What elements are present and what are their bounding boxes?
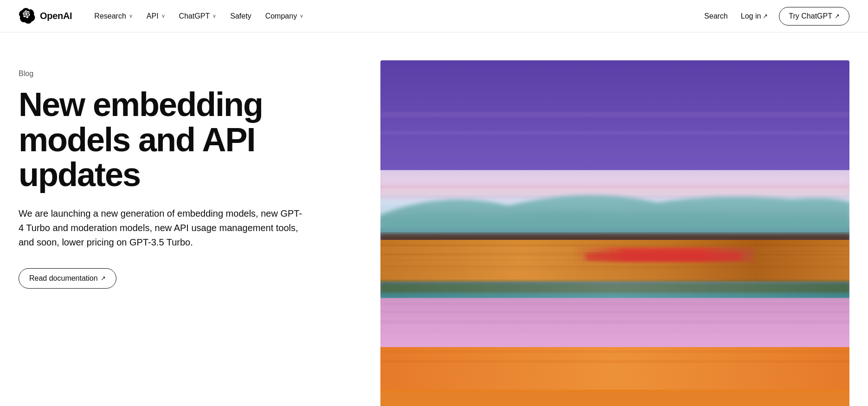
svg-rect-25 [380,361,849,362]
svg-rect-13 [380,266,849,268]
login-button[interactable]: Log in ↗ [739,8,770,24]
page-description: We are launching a new generation of emb… [19,206,306,250]
main-nav: Research ∨ API ∨ ChatGPT ∨ Safety Compan… [89,8,309,24]
svg-rect-11 [380,245,849,246]
try-arrow-icon: ↗ [835,13,840,19]
openai-logo-icon [19,8,35,25]
svg-rect-27 [380,390,849,406]
page-title: New embedding models and API updates [19,87,343,193]
svg-rect-3 [380,151,849,155]
logo-text: OpenAI [40,11,72,21]
docs-arrow-icon: ↗ [101,275,106,282]
main-content: Blog New embedding models and API update… [0,60,868,406]
login-arrow-icon: ↗ [763,13,768,19]
svg-rect-23 [380,347,849,392]
search-button[interactable]: Search [702,8,730,24]
research-chevron-icon: ∨ [129,13,133,19]
svg-rect-1 [380,112,849,117]
svg-rect-2 [380,131,849,135]
nav-company[interactable]: Company ∨ [260,8,309,24]
read-docs-button[interactable]: Read documentation ↗ [19,268,116,289]
svg-rect-5 [380,175,849,185]
logo[interactable]: OpenAI [19,8,72,25]
svg-rect-18 [380,298,849,349]
svg-rect-21 [380,321,849,323]
company-chevron-icon: ∨ [300,13,303,19]
nav-research[interactable]: Research ∨ [89,8,138,24]
content-left: Blog New embedding models and API update… [19,60,343,406]
hero-artwork [380,60,849,406]
nav-safety[interactable]: Safety [225,8,257,24]
nav-chatgpt[interactable]: ChatGPT ∨ [174,8,222,24]
nav-left: OpenAI Research ∨ API ∨ ChatGPT ∨ Safety… [19,8,309,25]
svg-rect-22 [380,330,849,332]
nav-right: Search Log in ↗ Try ChatGPT ↗ [702,7,849,26]
api-chevron-icon: ∨ [161,13,165,19]
svg-rect-24 [380,351,849,353]
svg-rect-19 [380,303,849,305]
svg-rect-6 [380,188,849,195]
try-chatgpt-button[interactable]: Try ChatGPT ↗ [779,7,849,26]
nav-api[interactable]: API ∨ [141,8,171,24]
blog-label: Blog [19,70,343,78]
site-header: OpenAI Research ∨ API ∨ ChatGPT ∨ Safety… [0,0,868,32]
svg-rect-20 [380,311,849,313]
chatgpt-chevron-icon: ∨ [212,13,216,19]
abstract-landscape-svg [380,60,849,406]
